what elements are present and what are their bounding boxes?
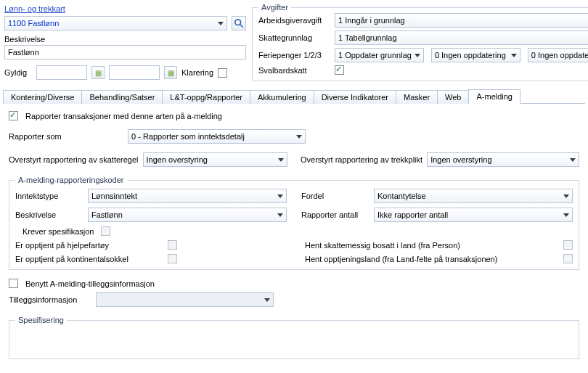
feriepenger3-dropdown[interactable]: 0 Ingen oppdatering	[528, 48, 588, 62]
page-title-link[interactable]: Lønn- og trekkart	[4, 4, 246, 13]
lookup-dropdown[interactable]: 1100 Fastlønn	[4, 16, 227, 30]
tab-masker[interactable]: Masker	[396, 90, 438, 104]
krever-spec-checkbox	[101, 226, 110, 236]
klarering-label: Klarering	[181, 68, 213, 77]
hent-opptj-checkbox	[563, 254, 573, 263]
benytt-tillegg-label: Benytt A-melding-tilleggsinformasjon	[25, 279, 155, 288]
tillegg-dropdown	[96, 292, 274, 307]
svalbard-label: Svalbardskatt	[258, 66, 327, 75]
tab-bar: Kontering/Diverse Behandling/Satser L&T-…	[3, 89, 585, 104]
benytt-tillegg-checkbox[interactable]	[9, 279, 18, 288]
rapporter-som-dropdown[interactable]: 0 - Rapporter som inntektsdetalj	[128, 129, 306, 144]
overstyrt-trekk-dropdown[interactable]: Ingen overstyring	[427, 152, 579, 167]
tab-web[interactable]: Web	[437, 90, 469, 104]
tab-lt-oppg[interactable]: L&T-oppg/Rapporter	[162, 90, 250, 104]
skattegrunnlag-label: Skattegrunnlag	[258, 33, 327, 42]
er-hjelp-label: Er opptjent på hjelpefartøy	[15, 241, 160, 250]
hent-opptj-label: Hent opptjeningsland (fra Land-felte på …	[305, 255, 556, 263]
inntektstype-dropdown[interactable]: Lønnsinntekt	[88, 189, 287, 203]
spesifisering-legend: Spesifisering	[15, 316, 67, 324]
rapporter-som-label: Rapporter som	[9, 132, 121, 141]
antall-dropdown[interactable]: Ikke rapporter antall	[374, 208, 573, 222]
tab-kontering[interactable]: Kontering/Diverse	[3, 90, 82, 104]
gyldig-label: Gyldig	[4, 68, 32, 77]
beskrivelse2-label: Beskrivelse	[15, 210, 81, 219]
description-label: Beskrivelse	[4, 35, 246, 44]
svg-line-1	[240, 25, 243, 28]
tab-a-melding[interactable]: A-melding	[468, 89, 520, 104]
er-kont-label: Er opptjent på kontinentalsokkel	[15, 255, 160, 263]
calendar-from-icon[interactable]: ▦	[91, 66, 105, 79]
antall-label: Rapporter antall	[301, 210, 367, 219]
gyldig-from-input[interactable]	[36, 65, 87, 80]
krever-spec-label: Krever spesifikasjon	[23, 227, 94, 236]
tab-diverse-indikatorer[interactable]: Diverse Indikatorer	[314, 90, 396, 104]
inntektstype-label: Inntektstype	[15, 192, 81, 200]
fordel-dropdown[interactable]: Kontantytelse	[374, 189, 573, 203]
skattegrunnlag-dropdown[interactable]: 1 Tabellgrunnlag	[335, 30, 588, 45]
avgifter-legend: Avgifter	[258, 3, 291, 12]
beskrivelse2-dropdown[interactable]: Fastlønn	[88, 208, 287, 222]
feriepenger1-dropdown[interactable]: 1 Oppdater grunnlag	[335, 48, 424, 62]
feriepenger-label: Feriepenger 1/2/3	[258, 51, 327, 60]
er-kont-checkbox	[168, 254, 177, 263]
overstyrt-trekk-label: Overstyrt rapportering av trekkplikt	[301, 155, 422, 164]
klarering-checkbox[interactable]	[218, 68, 227, 78]
tab-behandling[interactable]: Behandling/Satser	[81, 90, 163, 104]
tab-akkumulering[interactable]: Akkumulering	[250, 90, 314, 104]
rapporter-transaksjoner-checkbox[interactable]	[9, 111, 18, 120]
feriepenger2-dropdown[interactable]: 0 Ingen oppdatering	[431, 48, 520, 62]
svalbard-checkbox[interactable]	[335, 65, 344, 75]
overstyrt-skatt-label: Overstyrt rapportering av skatteregel	[9, 155, 139, 164]
calendar-to-icon[interactable]: ▦	[164, 66, 177, 79]
fordel-label: Fordel	[301, 192, 367, 200]
hent-skatt-label: Hent skattemessig bosatt i land (fra Per…	[305, 241, 556, 250]
search-button[interactable]	[232, 16, 246, 30]
arbeidsgiver-dropdown[interactable]: 1 Inngår i grunnlag	[335, 13, 588, 28]
overstyrt-skatt-dropdown[interactable]: Ingen overstyring	[143, 152, 287, 167]
koder-legend: A-melding-rapporteringskoder	[15, 176, 127, 184]
description-input[interactable]	[4, 45, 246, 60]
hent-skatt-checkbox	[563, 240, 573, 250]
lookup-value: 1100 Fastlønn	[8, 19, 59, 28]
tillegg-label: Tilleggsinformasjon	[9, 295, 89, 304]
rapporter-transaksjoner-label: Rapporter transaksjoner med denne arten …	[25, 112, 222, 120]
arbeidsgiver-label: Arbeidsgiveravgift	[258, 16, 327, 25]
gyldig-to-input[interactable]	[109, 65, 160, 80]
er-hjelp-checkbox	[168, 240, 177, 250]
